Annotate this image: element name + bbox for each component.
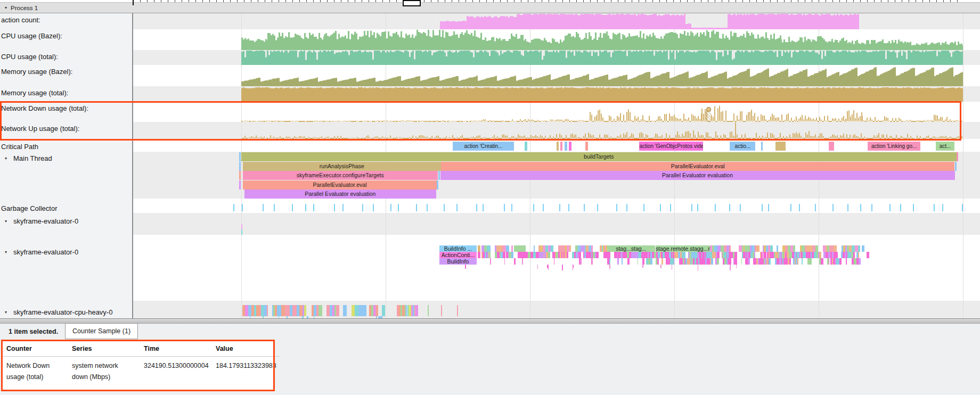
slice[interactable]: [239, 180, 241, 190]
gc-tick[interactable]: [768, 204, 769, 211]
gc-tick[interactable]: [962, 204, 963, 211]
slice[interactable]: [955, 162, 957, 171]
gc-tick[interactable]: [616, 204, 617, 211]
table-header-value[interactable]: Value: [210, 340, 280, 357]
gc-tick[interactable]: [416, 204, 417, 211]
gc-tick[interactable]: [292, 204, 293, 211]
slice[interactable]: [585, 142, 588, 151]
gc-tick[interactable]: [342, 204, 344, 211]
slice-actio[interactable]: actio...: [730, 142, 755, 151]
slice[interactable]: [867, 252, 869, 258]
gc-tick[interactable]: [799, 204, 800, 211]
dense-slices[interactable]: [481, 245, 489, 252]
gc-tick[interactable]: [715, 204, 716, 211]
table-cell[interactable]: Network Down usage (total): [1, 357, 67, 382]
chevron-down-icon[interactable]: ▾: [5, 156, 7, 161]
counter-chart-action-count[interactable]: [133, 13, 963, 29]
gc-tick[interactable]: [476, 204, 477, 211]
slice-action-linking-go[interactable]: action 'Linking go...: [868, 142, 921, 151]
gc-tick[interactable]: [900, 204, 901, 211]
slice[interactable]: [565, 142, 567, 151]
slice[interactable]: [569, 142, 571, 151]
slice[interactable]: [239, 152, 241, 161]
gc-tick[interactable]: [942, 204, 943, 211]
slice-parallelevaluator-eval[interactable]: ParallelEvaluator.eval: [243, 180, 437, 190]
ruler-selection-box[interactable]: [403, 0, 421, 6]
track-label-cpu-bazel[interactable]: CPU usage (Bazel):: [0, 31, 131, 40]
slice[interactable]: [441, 305, 442, 316]
dense-slices[interactable]: [242, 305, 384, 316]
track-label-cpu-total[interactable]: CPU usage (total):: [0, 52, 131, 61]
gc-tick[interactable]: [934, 204, 935, 211]
slice-skyframeexecutor-configuretargets[interactable]: skyframeExecutor.configureTargets: [243, 171, 438, 180]
slice[interactable]: [957, 152, 959, 161]
slice-parallelevaluator-eval[interactable]: ParallelEvaluator.eval: [441, 162, 954, 171]
dense-slices[interactable]: [714, 265, 747, 271]
gc-tick[interactable]: [871, 204, 872, 211]
slice-buildinfo[interactable]: BuildInfo ...: [439, 245, 477, 252]
gc-tick[interactable]: [263, 204, 264, 211]
dense-slices[interactable]: [397, 305, 421, 316]
gc-tick[interactable]: [242, 204, 243, 211]
track-label-mem-bazel[interactable]: Memory usage (Bazel):: [0, 67, 131, 76]
track-label-gc[interactable]: Garbage Collector: [0, 203, 131, 213]
slice[interactable]: [557, 142, 559, 151]
slice[interactable]: [239, 162, 241, 171]
slice[interactable]: [514, 245, 526, 252]
track-label-main-thread[interactable]: ▾Main Thread: [0, 153, 131, 163]
counter-chart-net-down[interactable]: [133, 102, 963, 122]
track-label-skyframe-evaluator-cpu-heavy-0[interactable]: ▾skyframe-evaluator-cpu-heavy-0: [0, 307, 131, 317]
table-cell[interactable]: 324190.51300000004: [138, 357, 210, 382]
track-row-skyframe-evaluator-cpu-heavy-0[interactable]: [0, 301, 980, 318]
slice[interactable]: [438, 171, 440, 180]
slice[interactable]: [428, 305, 429, 316]
slice[interactable]: [560, 142, 563, 151]
counter-chart-mem-total[interactable]: [133, 86, 963, 102]
slice-actionconti[interactable]: ActionConti...: [439, 252, 477, 258]
counter-chart-cpu-bazel[interactable]: [133, 29, 963, 50]
chevron-down-icon[interactable]: ▾: [5, 250, 7, 254]
gc-tick[interactable]: [762, 204, 763, 211]
process-header[interactable]: ▾ Process 1: [0, 2, 980, 13]
track-row-skyframe-evaluator-0-a[interactable]: [0, 213, 980, 235]
track-label-net-down[interactable]: Network Down usage (total):: [0, 103, 131, 113]
gc-tick[interactable]: [427, 204, 428, 211]
slice-stag-stag[interactable]: stag...stag...: [607, 245, 655, 252]
table-header-time[interactable]: Time: [138, 340, 210, 357]
gc-tick[interactable]: [504, 204, 505, 211]
slice-action-creatin[interactable]: action 'Creatin...: [453, 142, 514, 151]
gc-tick[interactable]: [860, 204, 861, 211]
gc-tick[interactable]: [305, 204, 306, 211]
gc-tick[interactable]: [274, 204, 275, 211]
gc-tick[interactable]: [740, 204, 741, 211]
slice-parallel-evaluator-evaluation[interactable]: Parallel Evaluator evaluation: [244, 190, 436, 199]
dense-slices[interactable]: [607, 258, 860, 265]
gc-tick[interactable]: [398, 204, 399, 211]
slice[interactable]: [775, 142, 786, 151]
gc-tick[interactable]: [543, 204, 544, 211]
tab-counter-sample[interactable]: Counter Sample (1): [65, 323, 138, 339]
counter-chart-mem-bazel[interactable]: [133, 65, 963, 86]
gc-tick[interactable]: [643, 204, 644, 211]
table-header-series[interactable]: Series: [67, 340, 138, 357]
gc-tick[interactable]: [584, 204, 585, 211]
slice-stage-remote-stagg-remot[interactable]: stage.remote.stagg...remot...: [656, 245, 710, 252]
gc-tick[interactable]: [697, 204, 698, 211]
slice-buildinfo[interactable]: BuildInfo: [439, 258, 477, 265]
gc-tick[interactable]: [390, 204, 391, 211]
slice[interactable]: [761, 142, 763, 151]
track-label-mem-total[interactable]: Memory usage (total):: [0, 88, 131, 97]
gc-tick[interactable]: [483, 204, 484, 211]
gc-tick[interactable]: [815, 204, 816, 211]
slice[interactable]: [457, 305, 458, 316]
dense-slices[interactable]: [495, 252, 859, 258]
dense-slices[interactable]: [710, 245, 859, 252]
gc-tick[interactable]: [660, 204, 661, 211]
slice[interactable]: [525, 142, 527, 151]
chevron-down-icon[interactable]: ▾: [5, 310, 7, 315]
gc-tick[interactable]: [559, 204, 560, 211]
dense-slices[interactable]: [490, 258, 606, 265]
table-cell[interactable]: 184.1793113323983: [210, 357, 280, 382]
gc-tick[interactable]: [729, 204, 730, 211]
table-cell[interactable]: system network down (Mbps): [67, 357, 138, 382]
